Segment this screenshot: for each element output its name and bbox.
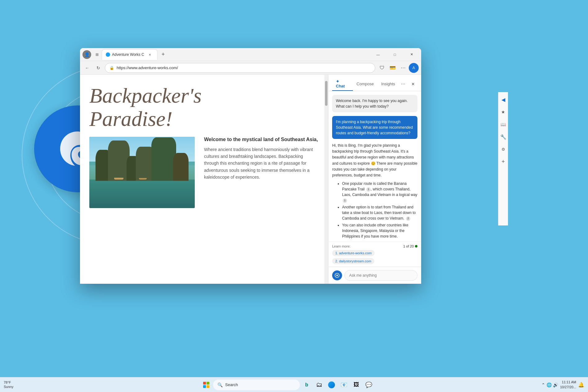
bing-bullet-3: You can also include other countries lik… (342, 222, 417, 239)
windows-logo (203, 382, 209, 388)
sidebar-tools-icon[interactable]: 🔧 (498, 132, 508, 142)
sidebar-immersive-icon[interactable]: 📖 (498, 119, 508, 129)
page-body: Welcome to the mystical land of Southeas… (80, 137, 328, 214)
title-bar: 👤 ⊞ Adventure Works C ✕ + — □ ✕ (80, 48, 421, 61)
taskbar-center: 🔍 Search b 🗂 📧 🖼 💬 (37, 379, 538, 390)
chat-more-button[interactable]: ⋯ (399, 80, 408, 88)
page-description: Where ancient traditions blend harmoniou… (204, 146, 319, 181)
learn-more-count: 1 of 20 (403, 244, 417, 248)
page-title-line1: Backpacker's (89, 84, 319, 107)
win-logo-yellow (207, 385, 209, 388)
learn-more-header: Learn more: 1 of 20 (332, 244, 417, 248)
taskbar-explorer[interactable]: 🗂 (314, 379, 325, 390)
page-hero: Backpacker's Paradise! (80, 75, 328, 137)
wallet-icon[interactable]: 💳 (388, 63, 398, 73)
taskbar-search[interactable]: 🔍 Search (213, 380, 300, 390)
chat-input-area (328, 267, 421, 284)
sidebar-collections-icon[interactable]: ★ (498, 107, 508, 117)
taskbar-left: 78°F Sunny (0, 381, 37, 389)
chat-icon: ✦ (336, 79, 339, 84)
volume-icon[interactable]: 🔊 (553, 382, 558, 387)
close-button[interactable]: ✕ (404, 50, 419, 60)
edge-icon-taskbar (328, 381, 335, 388)
security-lock-icon: 🔒 (109, 66, 114, 70)
learn-more-section: Learn more: 1 of 20 1. adventure-works.c… (328, 242, 421, 267)
url-text: https://www.adventure-works.com/ (117, 65, 178, 70)
page-title-line2: Paradise! (89, 107, 319, 131)
tab-compose[interactable]: Compose (353, 80, 378, 89)
system-tray-icons: ⌃ 🌐 🔊 (541, 382, 558, 387)
chat-input-field[interactable] (345, 270, 417, 281)
sidebar-expand-icon[interactable]: + (498, 157, 508, 167)
page-subtitle: Welcome to the mystical land of Southeas… (204, 137, 319, 142)
more-button[interactable]: ⋯ (398, 63, 408, 73)
webpage-content: Backpacker's Paradise! (80, 75, 328, 284)
taskbar-teams[interactable]: 💬 (363, 379, 374, 390)
page-image (89, 137, 195, 208)
photos-icon: 🖼 (354, 381, 359, 388)
chevron-up-icon[interactable]: ⌃ (541, 382, 545, 387)
weather-condition: Sunny (4, 385, 13, 389)
ref-1: 1 (366, 187, 371, 192)
user-message: I'm planning a backpacking trip through … (332, 116, 417, 139)
taskbar-right: ⌃ 🌐 🔊 11:11 AM 10/27/20... 🔔 (538, 380, 588, 390)
url-bar[interactable]: 🔒 https://www.adventure-works.com/ (105, 63, 375, 73)
chat-close-button[interactable]: ✕ (409, 80, 417, 88)
link-2[interactable]: 2. dailystorystream.com (332, 258, 374, 264)
mail-icon: 📧 (341, 381, 347, 388)
scrollbar-track[interactable] (324, 75, 328, 284)
teams-icon: 💬 (365, 381, 372, 388)
taskbar: 78°F Sunny 🔍 Search b 🗂 (0, 377, 588, 392)
tab-area: 👤 ⊞ Adventure Works C ✕ + (82, 49, 371, 60)
tab-close-button[interactable]: ✕ (147, 52, 152, 57)
temperature: 78°F (4, 381, 13, 385)
tab-chat[interactable]: ✦ Chat (332, 77, 353, 91)
clock-time: 11:11 AM (560, 380, 576, 385)
bing-response: Hi, this is Bing. I'm glad you're planni… (332, 143, 417, 242)
back-button[interactable]: ← (82, 63, 92, 73)
reload-button[interactable]: ↻ (94, 63, 103, 73)
clock-date: 10/27/20... (560, 385, 576, 390)
taskbar-photos[interactable]: 🖼 (351, 379, 362, 390)
bing-intro: Hi, this is Bing. I'm glad you're planni… (332, 143, 417, 178)
status-dot (415, 245, 417, 247)
browser-window: 👤 ⊞ Adventure Works C ✕ + — □ ✕ ← ↻ 🔒 ht… (80, 48, 421, 284)
tab-list-button[interactable]: ⊞ (94, 51, 100, 58)
win-logo-blue (203, 385, 206, 388)
profile-button[interactable]: A (409, 63, 419, 73)
welcome-message: Welcome back. I'm happy to see you again… (332, 95, 417, 112)
tab-insights[interactable]: Insights (377, 80, 399, 89)
bing-bullet-1: One popular route is called the Banana P… (342, 181, 417, 203)
ref-2: 2 (406, 216, 410, 221)
link-1[interactable]: 1. adventure-works.com (332, 250, 375, 256)
shield-icon[interactable]: 🛡 (377, 63, 387, 73)
new-tab-button[interactable]: + (159, 50, 167, 59)
explorer-icon: 🗂 (316, 381, 322, 388)
sidebar-settings-icon[interactable]: ⚙ (498, 144, 508, 154)
search-icon: 🔍 (217, 382, 223, 387)
tab-title: Adventure Works C (112, 52, 144, 57)
ref-1b: 1 (343, 198, 347, 203)
profile-icon[interactable]: 👤 (82, 50, 91, 59)
taskbar-mail[interactable]: 📧 (338, 379, 350, 390)
taskbar-weather: 78°F Sunny (4, 381, 13, 389)
system-clock[interactable]: 11:11 AM 10/27/20... (560, 380, 576, 390)
network-icon[interactable]: 🌐 (546, 382, 552, 387)
browser-sidebar: ◀ ★ 📖 🔧 ⚙ + (498, 92, 508, 225)
taskbar-bing[interactable]: b (301, 379, 312, 390)
scrollbar-thumb[interactable] (325, 81, 327, 106)
sidebar-back-icon[interactable]: ◀ (498, 95, 508, 105)
chat-messages[interactable]: Welcome back. I'm happy to see you again… (328, 91, 421, 242)
win-logo-red (203, 382, 206, 385)
chat-tabs: ✦ Chat Compose Insights ⋯ ✕ (328, 75, 421, 91)
chat-header-actions: ⋯ ✕ (399, 80, 417, 88)
chat-panel: ✦ Chat Compose Insights ⋯ ✕ Welcome back… (328, 75, 421, 284)
bing-bullet-2: Another option is to start from Thailand… (342, 204, 417, 221)
bing-icon-taskbar: b (305, 382, 308, 388)
taskbar-edge[interactable] (326, 379, 337, 390)
maximize-button[interactable]: □ (388, 50, 402, 60)
notification-icon[interactable]: 🔔 (578, 382, 584, 388)
minimize-button[interactable]: — (371, 50, 385, 60)
active-tab[interactable]: Adventure Works C ✕ (102, 49, 158, 60)
start-button[interactable] (201, 379, 212, 390)
